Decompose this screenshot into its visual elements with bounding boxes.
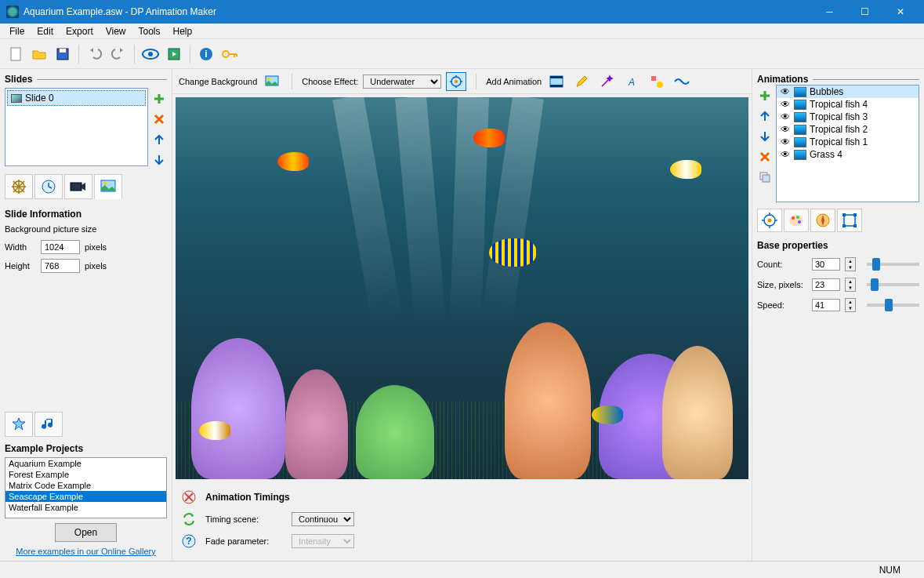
speed-input[interactable]: [812, 299, 840, 311]
speed-slider[interactable]: [867, 304, 919, 307]
animation-item[interactable]: 👁Grass 4: [777, 148, 919, 161]
animation-item[interactable]: 👁Tropical fish 1: [777, 136, 919, 148]
visibility-icon[interactable]: 👁: [780, 86, 791, 97]
close-button[interactable]: ✕: [882, 0, 918, 24]
add-magic-button[interactable]: [596, 72, 617, 91]
example-item[interactable]: Waterfall Example: [5, 502, 166, 513]
fish-icon: [592, 405, 623, 424]
delete-animation-button[interactable]: [757, 149, 773, 165]
animations-list[interactable]: 👁Bubbles 👁Tropical fish 4 👁Tropical fish…: [776, 85, 919, 202]
visibility-icon[interactable]: 👁: [780, 111, 791, 122]
size-input[interactable]: [812, 278, 840, 291]
preview-button[interactable]: [140, 43, 161, 65]
move-anim-up-button[interactable]: [757, 108, 773, 124]
example-item[interactable]: Matrix Code Example: [5, 480, 166, 491]
undo-button[interactable]: [84, 43, 106, 65]
add-brush-button[interactable]: [571, 72, 592, 91]
height-input[interactable]: [41, 259, 80, 273]
redo-button[interactable]: [107, 43, 129, 65]
slides-list[interactable]: Slide 0: [5, 88, 148, 166]
menu-file[interactable]: File: [3, 24, 31, 38]
width-input[interactable]: [41, 240, 80, 254]
menu-edit[interactable]: Edit: [31, 24, 60, 38]
visibility-icon[interactable]: 👁: [780, 149, 791, 160]
open-example-button[interactable]: Open: [55, 523, 117, 542]
speed-spinner[interactable]: ▲▼: [845, 298, 856, 312]
svg-rect-15: [71, 183, 82, 191]
add-wave-button[interactable]: [672, 72, 692, 91]
add-shapes-button[interactable]: [647, 72, 667, 91]
height-unit: pixels: [85, 261, 107, 271]
animation-item[interactable]: 👁Bubbles: [777, 85, 919, 98]
menu-tools[interactable]: Tools: [132, 24, 167, 38]
svg-text:A: A: [628, 77, 635, 88]
slide-item[interactable]: Slide 0: [7, 90, 146, 106]
tab-favorites[interactable]: [5, 412, 33, 437]
statusbar: NUM: [0, 561, 924, 578]
anim-label: Grass 4: [810, 149, 842, 160]
example-item[interactable]: Aquarium Example: [5, 458, 166, 469]
anim-thumb-icon: [794, 125, 806, 135]
svg-text:?: ?: [186, 536, 191, 547]
size-spinner[interactable]: ▲▼: [845, 278, 856, 292]
svg-point-17: [103, 182, 107, 185]
add-animation-label: Add Animation: [486, 77, 542, 86]
add-text-button[interactable]: A: [621, 72, 642, 91]
menu-export[interactable]: Export: [60, 24, 100, 38]
timing-scene-select[interactable]: Continuous: [292, 512, 354, 526]
menu-view[interactable]: View: [100, 24, 132, 38]
move-slide-up-button[interactable]: [151, 132, 167, 147]
menu-help[interactable]: Help: [167, 24, 199, 38]
export-button[interactable]: [163, 43, 185, 65]
animation-item[interactable]: 👁Tropical fish 3: [777, 111, 919, 123]
info-button[interactable]: i: [195, 43, 217, 65]
duplicate-animation-button[interactable]: [757, 169, 773, 185]
effect-select[interactable]: Underwater: [363, 75, 441, 89]
add-slide-button[interactable]: [151, 91, 167, 107]
key-button[interactable]: [219, 43, 241, 65]
prop-tab-bounds[interactable]: [837, 209, 862, 232]
tab-image[interactable]: [94, 174, 122, 199]
property-tabs: [757, 209, 919, 232]
count-spinner[interactable]: ▲▼: [845, 257, 856, 271]
tab-music[interactable]: [34, 412, 63, 437]
move-anim-down-button[interactable]: [757, 129, 773, 144]
effect-settings-button[interactable]: [446, 72, 466, 91]
prop-tab-compass[interactable]: [810, 209, 835, 232]
visibility-icon[interactable]: 👁: [780, 136, 791, 147]
slide-tabs: [5, 174, 167, 199]
tab-clock[interactable]: [34, 174, 63, 199]
tab-camera[interactable]: [64, 174, 92, 199]
move-slide-down-button[interactable]: [151, 152, 167, 168]
left-panel: Slides Slide 0 Slide Inf: [0, 69, 172, 561]
prop-tab-base[interactable]: [757, 209, 782, 232]
save-button[interactable]: [52, 43, 74, 65]
svg-point-44: [792, 216, 795, 220]
prop-tab-color[interactable]: [784, 209, 809, 232]
example-item[interactable]: Forest Example: [5, 469, 166, 480]
delete-slide-button[interactable]: [151, 111, 167, 127]
count-slider[interactable]: [867, 263, 919, 266]
visibility-icon[interactable]: 👁: [780, 124, 791, 135]
example-item[interactable]: Seascape Example: [5, 491, 166, 502]
add-animation-button[interactable]: [757, 88, 773, 104]
tab-wheel[interactable]: [5, 174, 33, 199]
main-toolbar: i: [0, 39, 924, 69]
open-button[interactable]: [28, 43, 50, 65]
visibility-icon[interactable]: 👁: [780, 99, 791, 110]
minimize-button[interactable]: ─: [812, 0, 847, 24]
fade-param-select[interactable]: Intensity: [292, 534, 354, 548]
animation-item[interactable]: 👁Tropical fish 4: [777, 98, 919, 111]
animation-item[interactable]: 👁Tropical fish 2: [777, 123, 919, 136]
new-button[interactable]: [5, 43, 27, 65]
maximize-button[interactable]: ☐: [847, 0, 882, 24]
size-slider[interactable]: [867, 283, 919, 286]
add-movie-button[interactable]: [546, 72, 567, 91]
canvas[interactable]: [176, 97, 748, 479]
count-input[interactable]: [812, 258, 840, 271]
change-bg-label: Change Background: [179, 77, 257, 86]
examples-list[interactable]: Aquarium Example Forest Example Matrix C…: [5, 457, 167, 518]
change-bg-button[interactable]: [262, 72, 282, 91]
online-gallery-link[interactable]: More examples in our Online Gallery: [5, 547, 167, 556]
anim-thumb-icon: [794, 112, 806, 122]
